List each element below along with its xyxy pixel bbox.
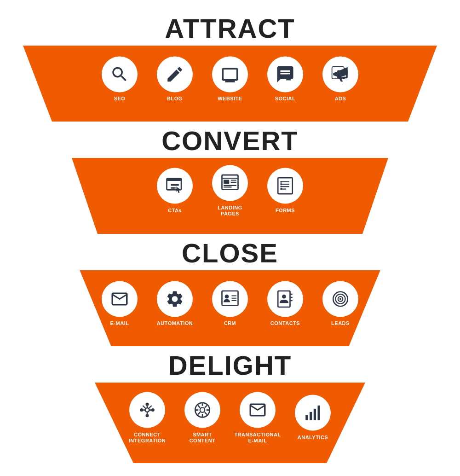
svg-rect-4 [224,180,229,184]
landingpages-label: LANDINGPAGES [218,204,242,216]
convert-item-ctas: CTAs [147,168,202,214]
svg-line-50 [205,412,207,414]
svg-point-35 [146,414,149,417]
close-item-email: E-MAIL [92,281,147,326]
leads-label: LEADS [331,320,350,326]
svg-point-0 [287,74,291,78]
close-trapezoid: E-MAIL AUTOMATION [55,270,405,346]
close-layer: E-MAIL AUTOMATION [55,270,405,346]
social-label: SOCIAL [275,96,296,102]
attract-icons-row: SEO BLOG [23,56,437,102]
delight-title: DELIGHT [168,350,292,380]
attract-item-website: WEBSITE [202,56,258,102]
seo-icon [110,64,129,84]
svg-line-41 [143,405,146,408]
svg-rect-56 [318,406,320,420]
attract-item-blog: BLOG [147,56,202,102]
attract-item-ads: ADS [313,56,368,102]
close-item-contacts: CONTACTS [258,281,313,326]
analytics-label: ANALYTICS [298,435,328,441]
close-title: CLOSE [182,238,278,268]
attract-layer: SEO BLOG [23,46,437,122]
transactional-label: TRANSACTIONALE-MAIL [234,431,281,443]
forms-icon [276,176,295,196]
svg-rect-14 [281,181,282,183]
landingpages-icon [220,173,240,192]
svg-rect-16 [281,186,282,188]
svg-rect-54 [310,412,312,420]
automation-icon [165,289,184,308]
automation-icon-circle [157,281,193,317]
svg-rect-9 [278,178,293,194]
transactional-icon-circle [240,392,276,428]
contacts-icon-circle [267,281,303,317]
website-icon-circle [212,56,248,92]
delight-item-analytics: ANALYTICS [285,395,340,441]
svg-point-44 [200,407,205,412]
svg-line-49 [198,405,200,407]
analytics-icon [303,403,322,423]
crm-icon [220,289,240,308]
svg-line-42 [149,405,152,408]
close-section: CLOSE E-MAIL [0,234,460,346]
email-icon [110,289,129,308]
crm-icon-circle [212,281,248,317]
delight-layer: CONNECTINTEGRATION [69,383,391,463]
delight-icons-row: CONNECTINTEGRATION [69,392,391,443]
svg-point-34 [151,408,155,412]
svg-point-33 [146,402,149,406]
svg-point-27 [282,294,286,298]
svg-rect-17 [281,188,282,190]
attract-item-social: SOCIAL [258,56,313,102]
forms-label: FORMS [276,208,295,214]
convert-icons-row: CTAs LANDI [46,165,414,216]
social-icon [276,64,295,84]
svg-line-51 [205,405,207,407]
svg-rect-23 [278,290,290,307]
blog-icon [165,64,184,84]
svg-rect-15 [281,183,282,185]
crm-label: CRM [224,320,236,326]
social-icon-circle [267,56,303,92]
connect-icon [138,400,157,419]
automation-label: AUTOMATION [157,320,193,326]
attract-section: ATTRACT SEO [0,9,460,122]
seo-icon-circle [102,56,138,92]
close-item-automation: AUTOMATION [147,281,202,326]
delight-item-transactional: TRANSACTIONALE-MAIL [230,392,285,443]
leads-icon [331,289,350,308]
landingpages-icon-circle [212,165,248,201]
forms-icon-circle [267,168,303,204]
contacts-label: CONTACTS [270,320,300,326]
svg-point-31 [339,298,341,300]
attract-trapezoid: SEO BLOG [23,46,437,122]
delight-trapezoid: CONNECTINTEGRATION [69,383,391,463]
cta-icon-circle [157,168,193,204]
website-icon [220,64,240,84]
delight-section: DELIGHT [0,346,460,463]
ads-label: ADS [335,96,346,102]
smartcontent-icon-circle [184,392,220,428]
close-item-crm: CRM [202,281,258,326]
seo-label: SEO [114,96,126,102]
blog-label: BLOG [167,96,183,102]
email-label: E-MAIL [110,320,129,326]
transactional-icon [248,400,267,419]
delight-item-smartcontent: SMARTCONTENT [175,392,230,443]
cta-label: CTAs [168,208,182,214]
convert-item-forms: FORMS [258,168,313,214]
connect-icon-circle [129,392,165,428]
blog-icon-circle [157,56,193,92]
delight-item-connect: CONNECTINTEGRATION [120,392,175,443]
attract-item-seo: SEO [92,56,147,102]
convert-item-landingpages: LANDINGPAGES [202,165,258,216]
leads-icon-circle [322,281,358,317]
contacts-icon [276,289,295,308]
connect-label: CONNECTINTEGRATION [129,431,166,443]
svg-line-52 [198,412,200,414]
smartcontent-icon [193,400,212,419]
svg-point-19 [225,294,229,298]
email-icon-circle [102,281,138,317]
ads-icon-circle [322,56,358,92]
close-item-leads: LEADS [313,281,368,326]
